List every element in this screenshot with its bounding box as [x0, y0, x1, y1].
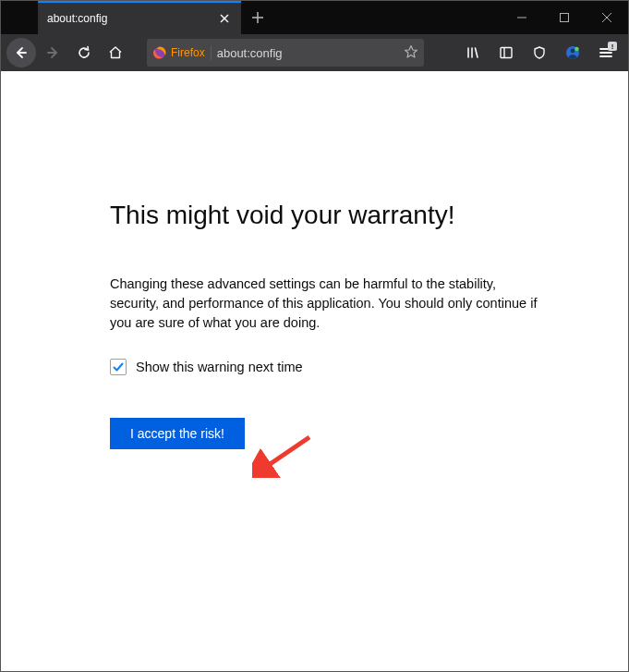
- close-tab-icon[interactable]: [217, 11, 232, 26]
- profile-icon[interactable]: [560, 40, 586, 66]
- toolbar-icons: !: [460, 40, 623, 66]
- page-content: This might void your warranty! Changing …: [1, 71, 628, 671]
- minimize-button[interactable]: [501, 1, 543, 34]
- menu-icon[interactable]: !: [593, 40, 619, 66]
- svg-line-23: [263, 437, 309, 469]
- annotation-arrow-icon: [252, 432, 317, 478]
- tab-title: about:config: [47, 12, 217, 25]
- identity-box[interactable]: Firefox: [152, 45, 212, 60]
- forward-button: [38, 38, 67, 67]
- new-tab-button[interactable]: [241, 1, 274, 34]
- warning-title: This might void your warranty!: [110, 201, 582, 230]
- svg-line-14: [476, 48, 478, 57]
- firefox-icon: [152, 45, 167, 60]
- checkbox-icon[interactable]: [110, 359, 127, 375]
- svg-point-18: [571, 49, 575, 54]
- checkbox-label: Show this warning next time: [136, 360, 303, 374]
- library-icon[interactable]: [460, 40, 486, 66]
- svg-rect-15: [501, 48, 512, 58]
- close-window-button[interactable]: [586, 1, 628, 34]
- home-button[interactable]: [101, 38, 130, 67]
- browser-window: about:config: [0, 0, 629, 672]
- tab-strip: about:config: [1, 1, 501, 34]
- shield-icon[interactable]: [526, 40, 552, 66]
- sidebar-icon[interactable]: [493, 40, 519, 66]
- notification-badge-icon: !: [608, 42, 617, 51]
- window-controls: [501, 1, 628, 34]
- show-warning-checkbox-row[interactable]: Show this warning next time: [110, 359, 582, 375]
- identity-label: Firefox: [171, 46, 205, 59]
- titlebar: about:config: [1, 1, 628, 34]
- url-bar[interactable]: Firefox about:config: [147, 39, 424, 67]
- nav-toolbar: Firefox about:config !: [1, 34, 628, 71]
- back-button[interactable]: [6, 38, 36, 67]
- maximize-button[interactable]: [543, 1, 586, 34]
- svg-rect-5: [561, 14, 569, 22]
- tab-active[interactable]: about:config: [38, 1, 241, 34]
- url-text: about:config: [217, 46, 404, 60]
- svg-point-19: [575, 47, 578, 51]
- svg-marker-11: [405, 45, 417, 57]
- warning-body: Changing these advanced settings can be …: [110, 275, 544, 333]
- bookmark-star-icon[interactable]: [404, 44, 418, 62]
- reload-button[interactable]: [69, 38, 99, 67]
- accept-risk-button[interactable]: I accept the risk!: [110, 418, 245, 449]
